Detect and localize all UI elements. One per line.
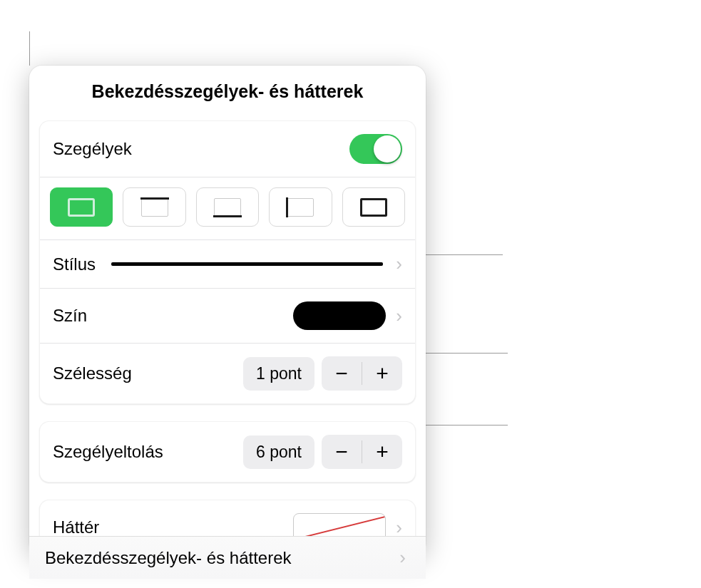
popover-title: Bekezdésszegélyek- és hátterek	[36, 81, 419, 102]
parent-row[interactable]: Bekezdésszegélyek- és hátterek ›	[29, 536, 426, 579]
offset-stepper: − +	[322, 435, 402, 469]
border-pos-right[interactable]	[342, 187, 405, 227]
width-label: Szélesség	[53, 363, 132, 383]
color-swatch	[293, 301, 386, 330]
chevron-right-icon: ›	[396, 253, 402, 275]
color-label: Szín	[53, 306, 87, 326]
offset-increment-button[interactable]: +	[362, 435, 402, 469]
callout-line-1	[29, 31, 30, 66]
borders-section: Szegélyek Stílus ›	[39, 120, 416, 404]
border-pos-full[interactable]	[50, 187, 113, 227]
style-row[interactable]: Stílus ›	[40, 240, 415, 289]
chevron-right-icon: ›	[396, 517, 402, 539]
offset-value: 6 pont	[243, 435, 314, 469]
style-line-preview	[111, 262, 383, 266]
width-decrement-button[interactable]: −	[322, 356, 362, 391]
popover-header: Bekezdésszegélyek- és hátterek	[29, 66, 426, 120]
border-position-segment	[40, 177, 415, 240]
border-pos-left[interactable]	[269, 187, 332, 227]
plus-icon: +	[376, 361, 389, 386]
background-label: Háttér	[53, 517, 99, 537]
border-full-icon	[68, 198, 95, 217]
border-top-icon	[141, 198, 168, 217]
offset-label: Szegélyeltolás	[53, 442, 163, 462]
width-row: Szélesség 1 pont − +	[40, 344, 415, 403]
style-label: Stílus	[53, 254, 96, 274]
chevron-right-icon: ›	[396, 305, 402, 327]
toggle-knob	[374, 135, 401, 163]
border-pos-top[interactable]	[123, 187, 185, 227]
width-value: 1 pont	[243, 357, 314, 391]
border-left-icon	[287, 198, 314, 217]
offset-row: Szegélyeltolás 6 pont − +	[40, 422, 415, 482]
borders-toggle[interactable]	[349, 134, 402, 164]
offset-section: Szegélyeltolás 6 pont − +	[39, 421, 416, 483]
parent-row-label: Bekezdésszegélyek- és hátterek	[45, 548, 292, 568]
minus-icon: −	[335, 361, 348, 386]
width-stepper: − +	[322, 356, 402, 391]
borders-popover: Bekezdésszegélyek- és hátterek Szegélyek	[29, 66, 426, 555]
offset-decrement-button[interactable]: −	[322, 435, 362, 469]
width-increment-button[interactable]: +	[362, 356, 402, 391]
borders-toggle-row: Szegélyek	[40, 121, 415, 177]
chevron-right-icon: ›	[399, 547, 406, 569]
border-bottom-icon	[214, 198, 241, 217]
minus-icon: −	[335, 440, 348, 464]
plus-icon: +	[376, 440, 389, 464]
border-box-icon	[360, 198, 387, 217]
color-row[interactable]: Szín ›	[40, 289, 415, 344]
border-pos-bottom[interactable]	[196, 187, 259, 227]
borders-toggle-label: Szegélyek	[53, 139, 132, 159]
